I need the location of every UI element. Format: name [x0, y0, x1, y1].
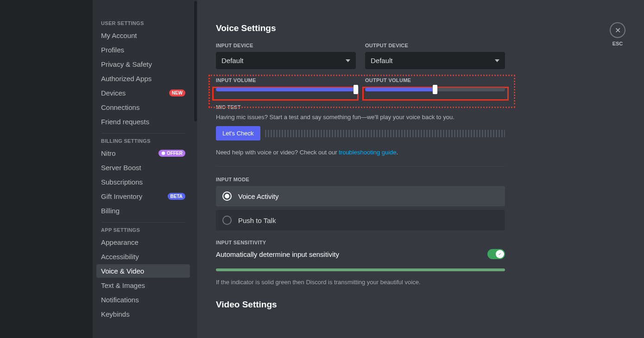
sidebar-item-nitro[interactable]: NitroOFFER	[96, 147, 190, 160]
sidebar-item-server-boost[interactable]: Server Boost	[96, 161, 190, 174]
page-title: Voice Settings	[216, 23, 505, 33]
radio-voice-activity[interactable]: Voice Activity	[216, 186, 505, 206]
close-button[interactable]: ✕ ESC	[610, 22, 625, 46]
radio-icon	[222, 191, 232, 201]
section-divider	[216, 166, 505, 166]
toggle-knob	[496, 250, 504, 258]
sidebar-item-label: Profiles	[101, 46, 124, 54]
close-icon: ✕	[615, 26, 621, 35]
content-area: ✕ ESC Voice Settings INPUT DEVICE Defaul…	[197, 0, 644, 338]
badge-new: NEW	[169, 89, 185, 96]
sidebar-item-devices[interactable]: DevicesNEW	[96, 86, 190, 100]
sensitivity-bar	[216, 268, 505, 271]
sidebar-item-label: Text & Images	[101, 281, 145, 289]
divider	[101, 133, 185, 134]
sidebar-scrollbar[interactable]	[194, 0, 197, 338]
sidebar-header-user: USER SETTINGS	[96, 20, 190, 29]
input-device-value: Default	[221, 57, 244, 64]
radio-label: Voice Activity	[238, 192, 279, 200]
sidebar-item-label: Connections	[101, 103, 139, 111]
input-mode-label: INPUT MODE	[216, 177, 505, 182]
sidebar-item-label: Billing	[101, 207, 120, 215]
radio-icon	[222, 216, 232, 225]
sidebar-item-voice-video[interactable]: Voice & Video	[96, 264, 190, 278]
output-volume-label: OUTPUT VOLUME	[365, 77, 505, 83]
slider-thumb[interactable]	[433, 85, 437, 94]
sidebar-item-my-account[interactable]: My Account	[96, 29, 190, 42]
sidebar-item-text-images[interactable]: Text & Images	[96, 279, 190, 292]
badge-beta: BETA	[168, 193, 185, 200]
sidebar-item-label: Friend requests	[101, 118, 149, 126]
sidebar-item-profiles[interactable]: Profiles	[96, 43, 190, 57]
sidebar-item-authorized-apps[interactable]: Authorized Apps	[96, 72, 190, 85]
output-volume-slider[interactable]	[365, 88, 505, 91]
sidebar-item-connections[interactable]: Connections	[96, 101, 190, 114]
slider-fill	[216, 88, 356, 91]
input-volume-label: INPUT VOLUME	[216, 77, 356, 83]
left-gutter	[0, 0, 93, 338]
sidebar-item-label: Gift Inventory	[101, 192, 142, 200]
sensitivity-note: If the indicator is solid green then Dis…	[216, 279, 505, 286]
close-label: ESC	[610, 41, 625, 46]
input-device-select[interactable]: Default	[216, 52, 356, 69]
sidebar-item-label: Nitro	[101, 149, 116, 157]
divider	[101, 222, 185, 223]
sidebar-item-keybinds[interactable]: Keybinds	[96, 307, 190, 321]
sidebar-item-label: My Account	[101, 32, 137, 39]
sidebar-item-appearance[interactable]: Appearance	[96, 236, 190, 249]
check-icon	[498, 252, 502, 256]
sidebar-item-label: Authorized Apps	[101, 75, 152, 83]
scrollbar-thumb[interactable]	[194, 1, 197, 121]
chevron-down-icon	[346, 59, 350, 62]
mic-test-button[interactable]: Let's Check	[216, 126, 260, 140]
output-device-select[interactable]: Default	[365, 52, 505, 69]
slider-thumb[interactable]	[354, 85, 358, 94]
troubleshooting-link[interactable]: troubleshooting guide	[339, 149, 396, 156]
sidebar-item-accessibility[interactable]: Accessibility	[96, 250, 190, 263]
output-device-value: Default	[371, 57, 393, 64]
sidebar-header-app: APP SETTINGS	[96, 227, 190, 236]
help-text: Need help with voice or video? Check out…	[216, 149, 505, 156]
radio-push-to-talk[interactable]: Push to Talk	[216, 210, 505, 230]
mic-test-description: Having mic issues? Start a test and say …	[216, 114, 505, 121]
chevron-down-icon	[495, 59, 499, 62]
sidebar-item-gift-inventory[interactable]: Gift InventoryBETA	[96, 190, 190, 203]
badge-offer: OFFER	[158, 150, 185, 157]
auto-sensitivity-text: Automatically determine input sensitivit…	[216, 250, 339, 258]
mic-test-label: MIC TEST	[216, 104, 505, 110]
sidebar-item-label: Notifications	[101, 296, 139, 304]
settings-sidebar: USER SETTINGS My Account Profiles Privac…	[93, 0, 194, 338]
output-device-label: OUTPUT DEVICE	[365, 43, 505, 48]
sidebar-item-label: Appearance	[101, 238, 139, 246]
sidebar-item-notifications[interactable]: Notifications	[96, 293, 190, 306]
sidebar-item-label: Server Boost	[101, 164, 141, 172]
sidebar-item-label: Devices	[101, 89, 126, 97]
sidebar-item-label: Subscriptions	[101, 178, 143, 186]
slider-fill	[365, 88, 435, 91]
sidebar-item-label: Keybinds	[101, 310, 130, 318]
input-device-label: INPUT DEVICE	[216, 43, 356, 48]
sidebar-item-privacy[interactable]: Privacy & Safety	[96, 57, 190, 71]
mic-level-meter	[265, 130, 505, 137]
sidebar-item-label: Privacy & Safety	[101, 60, 152, 68]
sidebar-item-subscriptions[interactable]: Subscriptions	[96, 175, 190, 189]
input-sensitivity-label: INPUT SENSITIVITY	[216, 240, 505, 245]
sidebar-item-billing[interactable]: Billing	[96, 204, 190, 217]
sidebar-item-label: Voice & Video	[101, 267, 144, 275]
auto-sensitivity-toggle[interactable]	[487, 249, 505, 259]
video-settings-title: Video Settings	[216, 300, 505, 310]
svg-point-0	[162, 152, 165, 155]
sidebar-item-label: Accessibility	[101, 253, 139, 261]
sidebar-header-billing: BILLING SETTINGS	[96, 138, 190, 147]
input-volume-slider[interactable]	[216, 88, 356, 91]
sidebar-item-friend-requests[interactable]: Friend requests	[96, 115, 190, 128]
radio-label: Push to Talk	[238, 217, 276, 224]
